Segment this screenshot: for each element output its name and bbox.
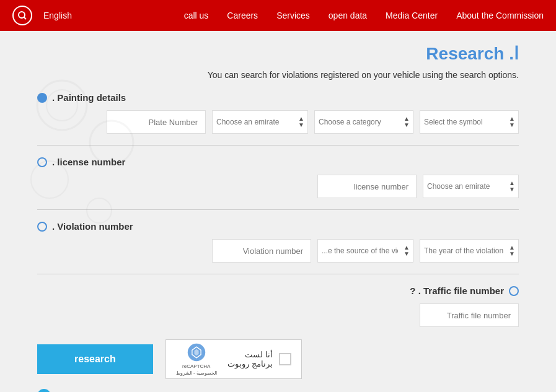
symbol-select[interactable]: Select the symbol (420, 110, 519, 134)
captcha-box: reCAPTCHA الخصوصية - الشروط أنا لست برنا… (165, 339, 302, 379)
traffic-section: Traffic file number . ? (37, 285, 519, 327)
language-label[interactable]: English (43, 11, 72, 20)
painting-section: Painting details . Choose an emirate ▲▼ … (37, 92, 519, 134)
painting-section-header: Painting details . (37, 92, 519, 103)
year-select-wrapper: The year of the violation ▲▼ (420, 239, 519, 263)
recaptcha-icon (187, 342, 206, 362)
violation-radio[interactable] (37, 222, 47, 232)
search-icon[interactable] (12, 6, 32, 25)
nav-services[interactable]: Services (276, 11, 310, 20)
main-nav: call us Careers Services open data Media… (184, 11, 544, 20)
header: English call us Careers Services open da… (0, 0, 556, 31)
logo-area: English (12, 6, 72, 25)
nav-open-data[interactable]: open data (329, 11, 367, 20)
violation-form-row: ...e the source of the violation ▲▼ The … (37, 239, 519, 263)
painting-form-row: Choose an emirate ▲▼ Choose a category ▲… (37, 110, 519, 134)
divider-2 (37, 209, 519, 210)
violation-section-title: Violation number . (52, 221, 133, 232)
emirate-select[interactable]: Choose an emirate (212, 110, 308, 134)
captcha-checkbox[interactable] (279, 353, 291, 365)
source-select[interactable]: ...e the source of the violation (317, 239, 413, 263)
painting-radio[interactable] (37, 93, 47, 103)
traffic-form-row (37, 303, 519, 327)
year-select[interactable]: The year of the violation (420, 239, 519, 263)
category-select-wrapper: Choose a category ▲▼ (314, 110, 413, 134)
nav-media-center[interactable]: Media Center (386, 11, 438, 20)
nav-call-us[interactable]: call us (184, 11, 209, 20)
nav-about[interactable]: About the Commission (456, 11, 544, 20)
traffic-radio[interactable] (509, 286, 519, 296)
painting-section-title: Painting details . (52, 92, 126, 103)
svg-point-6 (87, 198, 112, 223)
captcha-logo: reCAPTCHA الخصوصية - الشروط (176, 342, 217, 376)
emirate-license-select[interactable]: Choose an emirate (423, 175, 519, 198)
license-form-row: Choose an emirate ▲▼ (37, 175, 519, 198)
category-select[interactable]: Choose a category (314, 110, 413, 134)
license-section: license number . Choose an emirate ▲▼ (37, 157, 519, 198)
plate-number-input[interactable] (107, 110, 206, 134)
emirate-select-wrapper: Choose an emirate ▲▼ (212, 110, 308, 134)
page-title: Research .ا (37, 43, 519, 64)
violation-section: Violation number . ...e the source of th… (37, 221, 519, 263)
license-radio[interactable] (37, 157, 47, 167)
violation-section-header: Violation number . (37, 221, 519, 232)
page-subtitle: .You can search for violations registere… (37, 70, 519, 80)
recaptcha-subtext: الخصوصية - الشروط (176, 370, 217, 376)
recaptcha-text: reCAPTCHA (182, 364, 210, 369)
emirate-license-select-wrapper: Choose an emirate ▲▼ (423, 175, 519, 198)
research-button[interactable]: research (37, 344, 153, 374)
traffic-file-input[interactable] (420, 303, 519, 327)
main-content: Research .ا .You can search for violatio… (0, 31, 556, 392)
hide-search-icon[interactable]: − (37, 389, 51, 392)
divider-1 (37, 145, 519, 146)
source-select-wrapper: ...e the source of the violation ▲▼ (317, 239, 413, 263)
license-section-header: license number . (37, 157, 519, 167)
traffic-section-header: Traffic file number . ? (37, 285, 519, 296)
svg-line-1 (24, 17, 27, 20)
symbol-select-wrapper: Select the symbol ▲▼ (420, 110, 519, 134)
license-number-input[interactable] (317, 175, 417, 198)
divider-3 (37, 274, 519, 274)
traffic-section-title: Traffic file number . ? (410, 285, 504, 296)
captcha-label: أنا لست برنامج روبوت (223, 350, 273, 368)
bottom-actions: research reCAPTCHA الخصوصية - الشروط أنا… (37, 339, 519, 379)
hide-search-row: Hide search options − (37, 389, 519, 392)
license-section-title: license number . (52, 157, 125, 167)
violation-number-input[interactable] (212, 239, 311, 263)
nav-careers[interactable]: Careers (227, 11, 258, 20)
